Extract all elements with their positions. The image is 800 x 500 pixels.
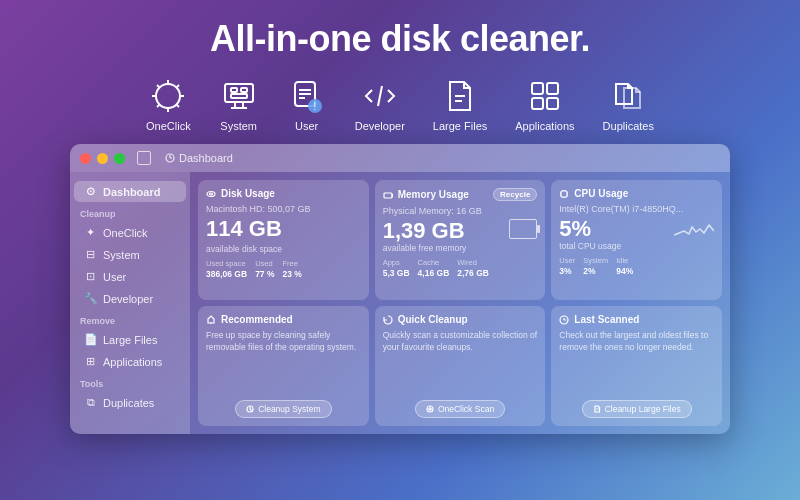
- cpu-stat-system: System 2%: [583, 256, 608, 276]
- feature-item-large-files[interactable]: Large Files: [433, 76, 487, 132]
- feature-item-duplicates[interactable]: Duplicates: [603, 76, 654, 132]
- memory-usage-value: 1,39 GB: [383, 219, 467, 243]
- sidebar-item-duplicates[interactable]: ⧉ Duplicates: [74, 392, 186, 413]
- title-bar: Dashboard: [70, 144, 730, 172]
- last-scanned-footer: Cleanup Large Files: [559, 400, 714, 418]
- minimize-button[interactable]: [97, 153, 108, 164]
- svg-line-6: [177, 85, 180, 88]
- memory-stat-apps-label: Apps: [383, 258, 410, 267]
- disk-usage-header: Disk Usage: [206, 188, 361, 199]
- sidebar-item-system[interactable]: ⊟ System: [74, 244, 186, 265]
- user-nav-icon: ⊡: [84, 270, 97, 283]
- memory-stat-wired: Wired 2,76 GB: [457, 258, 489, 278]
- quick-cleanup-footer: OneClick Scan: [383, 400, 538, 418]
- cpu-usage-card: CPU Usage Intel(R) Core(TM) i7-4850HQ...…: [551, 180, 722, 300]
- window-body: ⊙ Dashboard Cleanup ✦ OneClick ⊟ System …: [70, 172, 730, 434]
- sidebar-section-remove: Remove: [70, 310, 190, 328]
- svg-rect-12: [231, 94, 247, 98]
- disk-stat-used-value: 77 %: [255, 269, 274, 279]
- system-nav-icon: ⊟: [84, 248, 97, 261]
- disk-icon: [206, 189, 216, 199]
- last-scanned-icon: [559, 315, 569, 325]
- cpu-stat-system-value: 2%: [583, 266, 608, 276]
- quick-cleanup-icon: [383, 315, 393, 325]
- feature-item-oneclick[interactable]: OneClick: [146, 76, 191, 132]
- cpu-stat-idle: Idle 94%: [616, 256, 633, 276]
- sidebar-section-tools: Tools: [70, 373, 190, 391]
- feature-icon-row: OneClick System !: [146, 76, 654, 132]
- cpu-usage-desc: total CPU usage: [559, 241, 621, 251]
- memory-usage-subtitle: Physical Memory: 16 GB: [383, 206, 538, 216]
- svg-rect-10: [231, 88, 237, 92]
- sidebar-label-applications: Applications: [103, 356, 162, 368]
- duplicates-icon: [608, 76, 648, 116]
- disk-stat-used-label: Used: [255, 259, 274, 268]
- svg-rect-27: [532, 98, 543, 109]
- cpu-stat-idle-value: 94%: [616, 266, 633, 276]
- sidebar-item-large-files[interactable]: 📄 Large Files: [74, 329, 186, 350]
- cpu-usage-title: CPU Usage: [574, 188, 628, 199]
- developer-nav-icon: 🔧: [84, 292, 97, 305]
- memory-usage-header: Memory Usage Recycle: [383, 188, 538, 201]
- recommended-title: Recommended: [221, 314, 293, 325]
- close-button[interactable]: [80, 153, 91, 164]
- memory-stat-wired-value: 2,76 GB: [457, 268, 489, 278]
- feature-item-user[interactable]: ! User: [287, 76, 327, 132]
- cpu-usage-value: 5%: [559, 217, 621, 241]
- sidebar-item-dashboard[interactable]: ⊙ Dashboard: [74, 181, 186, 202]
- cpu-stat-user-label: User: [559, 256, 575, 265]
- sidebar-label-dashboard: Dashboard: [103, 186, 160, 198]
- sidebar-label-large-files: Large Files: [103, 334, 157, 346]
- svg-rect-34: [384, 193, 392, 198]
- memory-stat-cache-value: 4,16 GB: [418, 268, 450, 278]
- memory-usage-stats: Apps 5,3 GB Cache 4,16 GB Wired 2,76 GB: [383, 258, 538, 278]
- disk-usage-stats: Used space 386,06 GB Used 77 % Free 23 %: [206, 259, 361, 279]
- svg-line-22: [378, 86, 382, 106]
- memory-usage-title: Memory Usage: [398, 189, 469, 200]
- memory-usage-desc: available free memory: [383, 243, 467, 253]
- disk-usage-card: Disk Usage Macintosh HD: 500,07 GB 114 G…: [198, 180, 369, 300]
- svg-line-8: [177, 105, 180, 108]
- feature-item-developer[interactable]: Developer: [355, 76, 405, 132]
- memory-stat-cache: Cache 4,16 GB: [418, 258, 450, 278]
- svg-line-7: [157, 105, 160, 108]
- cleanup-system-button[interactable]: Cleanup System: [235, 400, 331, 418]
- bottom-cards-row: Recommended Free up space by cleaning sa…: [198, 306, 722, 426]
- svg-rect-35: [392, 194, 393, 196]
- svg-point-32: [207, 191, 215, 196]
- feature-label-user: User: [295, 120, 318, 132]
- svg-rect-26: [547, 83, 558, 94]
- sidebar-item-user[interactable]: ⊡ User: [74, 266, 186, 287]
- cleanup-system-icon: [246, 405, 254, 413]
- feature-label-system: System: [220, 120, 257, 132]
- developer-icon: [360, 76, 400, 116]
- page-title: All-in-one disk cleaner.: [210, 18, 590, 60]
- cpu-graph: [674, 217, 714, 239]
- sidebar-item-oneclick[interactable]: ✦ OneClick: [74, 222, 186, 243]
- sidebar-label-system: System: [103, 249, 140, 261]
- cleanup-large-files-button[interactable]: Cleanup Large Files: [582, 400, 692, 418]
- oneclick-scan-button[interactable]: OneClick Scan: [415, 400, 505, 418]
- last-scanned-card: Last Scanned Check out the largest and o…: [551, 306, 722, 426]
- expand-icon[interactable]: [137, 151, 151, 165]
- cpu-usage-header: CPU Usage: [559, 188, 714, 199]
- oneclick-scan-label: OneClick Scan: [438, 404, 494, 414]
- recommended-footer: Cleanup System: [206, 400, 361, 418]
- disk-stat-free: Free 23 %: [283, 259, 302, 279]
- app-window: Dashboard ⊙ Dashboard Cleanup ✦ OneClick…: [70, 144, 730, 434]
- cleanup-large-files-label: Cleanup Large Files: [605, 404, 681, 414]
- disk-usage-subtitle: Macintosh HD: 500,07 GB: [206, 204, 361, 214]
- cpu-stat-system-label: System: [583, 256, 608, 265]
- feature-label-duplicates: Duplicates: [603, 120, 654, 132]
- memory-stat-cache-label: Cache: [418, 258, 450, 267]
- sidebar-item-applications[interactable]: ⊞ Applications: [74, 351, 186, 372]
- recycle-badge[interactable]: Recycle: [493, 188, 537, 201]
- maximize-button[interactable]: [114, 153, 125, 164]
- feature-item-applications[interactable]: Applications: [515, 76, 574, 132]
- dashboard-nav-icon: ⊙: [84, 185, 97, 198]
- feature-item-system[interactable]: System: [219, 76, 259, 132]
- sidebar-item-developer[interactable]: 🔧 Developer: [74, 288, 186, 309]
- titlebar-text: Dashboard: [179, 152, 233, 164]
- large-files-icon: [440, 76, 480, 116]
- quick-cleanup-card: Quick Cleanup Quickly scan a customizabl…: [375, 306, 546, 426]
